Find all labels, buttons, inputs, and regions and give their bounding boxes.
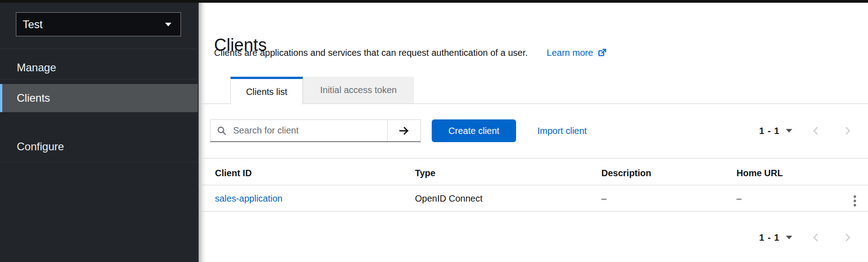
next-page-button[interactable] (842, 119, 853, 142)
learn-more-link[interactable]: Learn more (547, 46, 607, 59)
sidebar-item-label: Clients (17, 92, 50, 104)
sidebar-item-clients[interactable]: Clients (0, 84, 198, 112)
pagination-options-toggle[interactable]: 1 - 1 (759, 119, 792, 142)
pagination-bottom: 1 - 1 (759, 226, 856, 249)
external-link-icon (597, 48, 607, 58)
next-page-button[interactable] (842, 226, 853, 249)
pagination-range: 1 - 1 (759, 232, 780, 243)
client-home-url-cell: – (736, 193, 741, 204)
kebab-icon (853, 195, 857, 208)
client-description-cell: – (601, 193, 606, 204)
create-client-button[interactable]: Create client (432, 119, 516, 142)
divider (0, 162, 198, 163)
divider (0, 49, 198, 49)
tab-clients-list[interactable]: Clients list (230, 77, 303, 104)
page-description: Clients are applications and services th… (214, 46, 528, 59)
column-header-client-id: Client ID (215, 168, 252, 178)
caret-down-icon (165, 23, 171, 26)
divider (0, 79, 198, 79)
chevron-right-icon (843, 126, 853, 136)
divider (199, 185, 868, 185)
realm-selector-dropdown[interactable]: Test (16, 12, 181, 36)
caret-down-icon (786, 129, 792, 133)
current-realm-label: Test (23, 18, 43, 31)
chevron-right-icon (843, 232, 853, 242)
chevron-left-icon (811, 126, 821, 136)
caret-down-icon (786, 236, 792, 239)
column-header-type: Type (415, 168, 435, 178)
column-header-description: Description (601, 168, 651, 178)
tab-initial-access-token[interactable]: Initial access token (303, 77, 414, 104)
divider (199, 211, 868, 212)
client-search-group (210, 119, 421, 142)
learn-more-label: Learn more (547, 46, 593, 59)
main-content: Clients Clients are applications and ser… (199, 3, 868, 262)
masthead-edge (0, 0, 868, 3)
column-header-home-url: Home URL (736, 168, 783, 178)
pagination-range: 1 - 1 (759, 126, 780, 136)
client-type-cell: OpenID Connect (415, 193, 483, 204)
tab-label: Initial access token (320, 85, 397, 95)
pagination-options-toggle[interactable]: 1 - 1 (759, 226, 792, 249)
arrow-right-icon (398, 125, 410, 137)
pagination-top: 1 - 1 (759, 119, 856, 142)
prev-page-button[interactable] (810, 226, 822, 249)
tab-label: Clients list (246, 87, 287, 97)
sidebar: Test Manage Clients Configure (0, 3, 199, 262)
search-icon (210, 120, 233, 141)
search-input[interactable] (233, 120, 387, 141)
import-client-link[interactable]: Import client (537, 119, 587, 142)
prev-page-button[interactable] (810, 119, 822, 142)
nav-group-manage: Manage (17, 61, 56, 74)
nav-group-configure: Configure (17, 140, 64, 153)
divider (199, 158, 868, 158)
page-description-row: Clients are applications and services th… (214, 46, 607, 59)
search-submit-button[interactable] (388, 120, 420, 141)
row-actions-kebab-button[interactable] (846, 191, 864, 211)
chevron-left-icon (811, 232, 821, 242)
client-id-link[interactable]: sales-application (215, 193, 283, 204)
